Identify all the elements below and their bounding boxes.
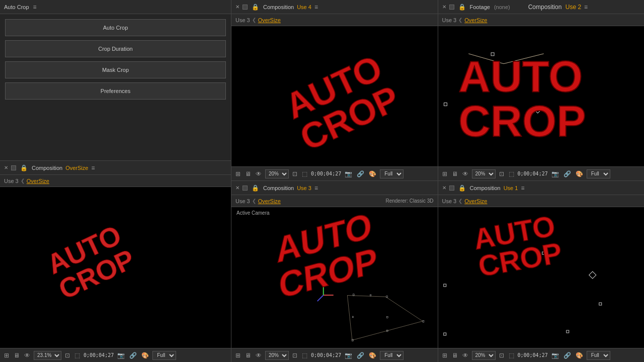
comp-oversize-checkbox[interactable] <box>11 165 16 170</box>
toolbar-grid-btn[interactable]: ⊞ <box>3 351 10 359</box>
toolbar-zoom-select[interactable]: 23.1% <box>34 351 61 360</box>
comp-use1-viewport[interactable]: AUTO CROP <box>438 207 645 348</box>
comp-use2-current[interactable]: OverSize <box>464 17 487 23</box>
comp-oversize-nav-arrow: ❮ <box>21 178 25 184</box>
use4-color-btn[interactable]: 🎨 <box>368 170 377 178</box>
comp-use2-title-text: Composition <box>528 4 562 11</box>
use2-snap-btn[interactable]: 🔗 <box>562 170 572 178</box>
use3-fit-btn[interactable]: ⊡ <box>291 351 298 359</box>
toolbar-fit-btn[interactable]: ⊡ <box>64 351 71 359</box>
use3-timecode: 0;00;04;27 <box>311 352 341 358</box>
use1-snap-btn[interactable]: 🔗 <box>562 351 572 359</box>
toolbar-region-btn[interactable]: ⬚ <box>73 351 81 359</box>
use4-region-btn[interactable]: ⬚ <box>301 170 308 178</box>
comp-use2-viewport[interactable]: AUTO CROP <box>438 26 645 166</box>
comp-use1-lock[interactable]: 🔒 <box>457 184 467 192</box>
comp-oversize-nav-current[interactable]: OverSize <box>27 178 49 184</box>
preferences-button[interactable]: Preferences <box>5 82 226 100</box>
auto-crop-button[interactable]: Auto Crop <box>5 19 226 36</box>
use2-quality-select[interactable]: Full <box>587 169 610 178</box>
comp-oversize-nav-parent[interactable]: Use 3 <box>4 178 19 184</box>
use3-quality-select[interactable]: Full <box>380 351 404 360</box>
auto-crop-menu-icon[interactable]: ≡ <box>33 4 37 11</box>
use2-cam-btn[interactable]: 📷 <box>550 170 560 178</box>
comp-oversize-close[interactable]: ✕ <box>4 165 8 170</box>
comp-use4-close[interactable]: ✕ <box>235 4 239 10</box>
toolbar-quality-select[interactable]: Full <box>152 351 176 360</box>
use1-timecode: 0;00;04;27 <box>518 352 548 358</box>
comp-use2-panel: ✕ 🔒 Footage (none) Composition Use 2 ≡ U… <box>438 0 645 180</box>
use1-region-btn[interactable]: ⬚ <box>508 351 515 359</box>
comp-use3-viewport[interactable]: Active Camera <box>231 207 438 348</box>
comp-oversize-viewport[interactable]: AUTO CROP <box>0 187 231 348</box>
use2-color-btn[interactable]: 🎨 <box>575 170 584 178</box>
comp-use2-parent[interactable]: Use 3 <box>442 17 457 23</box>
use4-snap-btn[interactable]: 🔗 <box>356 170 365 178</box>
toolbar-color-btn[interactable]: 🎨 <box>140 351 150 359</box>
use4-toolbar-grid[interactable]: ⊞ <box>234 170 242 178</box>
comp-use3-close[interactable]: ✕ <box>235 185 239 191</box>
use4-zoom-select[interactable]: 20% <box>265 169 289 178</box>
use4-timecode: 0;00;04;27 <box>311 171 341 176</box>
use1-toolbar-monitor[interactable]: 🖥 <box>451 351 459 359</box>
use1-fit-btn[interactable]: ⊡ <box>498 351 505 359</box>
comp-use3-current[interactable]: OverSize <box>258 198 281 204</box>
use3-zoom-select[interactable]: 20% <box>265 351 289 360</box>
comp-use4-viewport[interactable]: AUTO CROP <box>231 26 438 166</box>
comp-oversize-menu[interactable]: ≡ <box>91 164 95 171</box>
comp-use1-svg: AUTO CROP <box>438 207 645 348</box>
comp-use1-checkbox[interactable] <box>449 186 454 191</box>
footage-paren: (none) <box>494 4 510 10</box>
use4-quality-select[interactable]: Full <box>380 169 404 178</box>
use1-quality-select[interactable]: Full <box>587 351 610 360</box>
comp-use1-parent[interactable]: Use 3 <box>442 198 457 204</box>
use4-toolbar-monitor[interactable]: 🖥 <box>244 170 252 178</box>
toolbar-snap-btn[interactable]: 🔗 <box>128 351 138 359</box>
use1-toolbar-eye[interactable]: 👁 <box>461 351 469 359</box>
use3-color-btn[interactable]: 🎨 <box>368 351 377 359</box>
use4-toolbar-eye[interactable]: 👁 <box>255 170 263 178</box>
toolbar-cam-btn[interactable]: 📷 <box>116 351 126 359</box>
comp-oversize-lock[interactable]: 🔒 <box>19 164 29 172</box>
use3-toolbar-grid[interactable]: ⊞ <box>234 351 242 359</box>
use4-fit-btn[interactable]: ⊡ <box>291 170 298 178</box>
comp-use3-parent[interactable]: Use 3 <box>235 198 250 204</box>
comp-use3-menu[interactable]: ≡ <box>314 185 318 192</box>
footage-close[interactable]: ✕ <box>442 4 446 10</box>
comp-use2-menu[interactable]: ≡ <box>584 4 588 11</box>
use1-zoom-select[interactable]: 20% <box>472 351 496 360</box>
toolbar-eye-btn[interactable]: 👁 <box>23 351 31 359</box>
comp-use3-lock[interactable]: 🔒 <box>251 184 260 192</box>
use1-cam-btn[interactable]: 📷 <box>550 351 560 359</box>
use3-toolbar-eye[interactable]: 👁 <box>255 351 263 359</box>
use3-toolbar-monitor[interactable]: 🖥 <box>244 351 252 359</box>
use3-cam-btn[interactable]: 📷 <box>344 351 353 359</box>
toolbar-monitor-btn[interactable]: 🖥 <box>13 351 21 359</box>
use2-fit-btn[interactable]: ⊡ <box>498 170 505 178</box>
use2-zoom-select[interactable]: 20% <box>472 169 496 178</box>
comp-use4-menu[interactable]: ≡ <box>314 4 318 11</box>
comp-use4-parent[interactable]: Use 3 <box>235 17 250 23</box>
use2-toolbar-monitor[interactable]: 🖥 <box>451 170 459 178</box>
use1-toolbar-grid[interactable]: ⊞ <box>441 351 448 359</box>
crop-duration-button[interactable]: Crop Duration <box>5 40 226 57</box>
comp-use2-label: Composition Use 2 <box>528 4 581 11</box>
use3-region-btn[interactable]: ⬚ <box>301 351 308 359</box>
comp-use1-current[interactable]: OverSize <box>464 198 487 204</box>
use2-region-btn[interactable]: ⬚ <box>508 170 515 178</box>
comp-use4-current[interactable]: OverSize <box>258 17 281 23</box>
auto-crop-header: Auto Crop ≡ <box>0 0 231 14</box>
comp-use1-close[interactable]: ✕ <box>442 185 446 191</box>
use2-toolbar-eye[interactable]: 👁 <box>461 170 469 178</box>
footage-lock[interactable]: 🔒 <box>457 3 467 11</box>
comp-use1-menu[interactable]: ≡ <box>521 185 524 192</box>
comp-use4-checkbox[interactable] <box>243 5 248 10</box>
use2-toolbar-grid[interactable]: ⊞ <box>441 170 448 178</box>
comp-use3-checkbox[interactable] <box>243 186 248 191</box>
use1-color-btn[interactable]: 🎨 <box>575 351 584 359</box>
footage-checkbox[interactable] <box>449 5 454 10</box>
mask-crop-button[interactable]: Mask Crop <box>5 61 226 78</box>
use4-cam-btn[interactable]: 📷 <box>344 170 353 178</box>
comp-use4-lock[interactable]: 🔒 <box>251 3 260 11</box>
use3-snap-btn[interactable]: 🔗 <box>356 351 365 359</box>
